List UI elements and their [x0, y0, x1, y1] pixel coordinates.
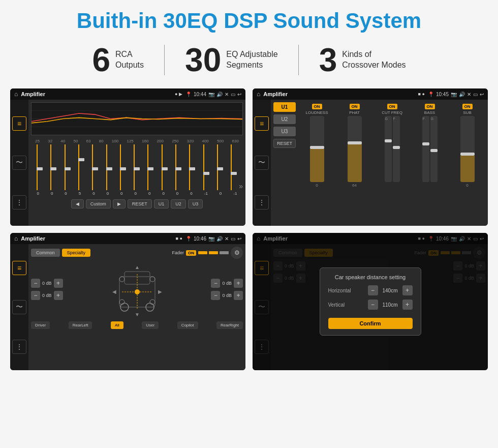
eq-u3-btn[interactable]: U3: [188, 199, 203, 208]
sub-slider[interactable]: [460, 116, 475, 182]
eq-side-icons: ≡ 〜 ⋮: [10, 100, 28, 226]
preset-u1[interactable]: U1: [273, 102, 296, 112]
fader-icon-2[interactable]: 〜: [12, 300, 26, 314]
loudness-slider[interactable]: [310, 116, 324, 182]
confirm-button[interactable]: Confirm: [328, 318, 413, 329]
stat-number-crossover: 3: [319, 44, 337, 76]
slider-15[interactable]: [225, 144, 237, 190]
common-mode-btn[interactable]: Common: [31, 249, 60, 257]
slider-14[interactable]: [211, 144, 224, 190]
horizontal-plus-btn[interactable]: +: [402, 285, 413, 295]
slider-12[interactable]: [183, 144, 196, 190]
slider-13[interactable]: [197, 144, 209, 190]
loudness-on-badge: ON: [312, 104, 322, 109]
db-plus-4[interactable]: +: [234, 291, 243, 300]
slider-5[interactable]: [86, 144, 99, 190]
fader-icon-1[interactable]: ≡: [12, 261, 26, 275]
vertical-minus-btn[interactable]: −: [368, 300, 378, 310]
fader-status-bar: ⌂ Amplifier ■ ● 📍 10:46 📷🔊✕▭↩: [10, 233, 245, 244]
svg-text:▼: ▼: [135, 312, 140, 317]
home-icon-2[interactable]: ⌂: [257, 91, 260, 98]
channel-sub: ON SUB 0: [449, 104, 485, 188]
eq-graph: [31, 102, 243, 135]
horizontal-minus-btn[interactable]: −: [368, 285, 378, 295]
crossover-icon-1[interactable]: ≡: [255, 116, 269, 131]
bass-slider-g[interactable]: G: [430, 116, 438, 182]
slider-9[interactable]: [142, 144, 154, 190]
eq-custom-btn[interactable]: Custom: [86, 199, 111, 208]
specialty-mode-btn[interactable]: Specialty: [62, 249, 91, 257]
fader-left-db: − 0 dB + − 0 dB +: [31, 279, 63, 300]
eq-content: 2532405063 80100125160200 25032040050063…: [28, 100, 245, 226]
fader-bar-1: [198, 251, 207, 254]
page-title: Buith-in 30EQ DSP Sound System: [77, 9, 421, 33]
svg-text:▲: ▲: [135, 264, 140, 270]
crossover-app-name: Amplifier: [263, 91, 415, 97]
vertical-row: Vertical − 110cm +: [328, 300, 413, 310]
db-value-1: 0 dB: [42, 281, 52, 286]
sub-on-badge: ON: [462, 104, 473, 109]
copilot-btn[interactable]: Copilot: [177, 321, 198, 329]
eq-u1-btn[interactable]: U1: [154, 199, 169, 208]
eq-icon-3[interactable]: ⋮: [12, 195, 26, 210]
slider-4[interactable]: [73, 144, 85, 190]
car-diagram: ▲ ▼ ◀ ▶: [66, 261, 208, 317]
slider-11[interactable]: [170, 144, 182, 190]
slider-7[interactable]: [114, 144, 127, 190]
eq-status-icons: 📍 10:44 📷🔊✕▭↩: [185, 92, 241, 97]
rearleft-btn[interactable]: RearLeft: [69, 321, 92, 329]
slider-2[interactable]: [45, 144, 57, 190]
db-plus-3[interactable]: +: [234, 279, 243, 288]
home-icon[interactable]: ⌂: [14, 91, 18, 98]
db-minus-3[interactable]: −: [211, 279, 220, 288]
fader-app-name: Amplifier: [21, 235, 172, 242]
rearright-btn[interactable]: RearRight: [216, 321, 243, 329]
eq-u2-btn[interactable]: U2: [171, 199, 186, 208]
eq-icon-2[interactable]: 〜: [12, 156, 26, 170]
stat-label-rca: RCA Outputs: [115, 49, 144, 71]
user-btn[interactable]: User: [142, 321, 159, 329]
preset-u2[interactable]: U2: [273, 114, 296, 124]
eq-screen: ⌂ Amplifier ● ▶ 📍 10:44 📷🔊✕▭↩ ≡ 〜 ⋮: [10, 88, 245, 226]
phat-slider[interactable]: [348, 116, 362, 182]
slider-6[interactable]: [100, 144, 112, 190]
horizontal-row: Horizontal − 140cm +: [328, 285, 413, 295]
crossover-reset-btn[interactable]: RESET: [273, 139, 296, 148]
eq-reset-btn[interactable]: RESET: [128, 199, 152, 208]
horizontal-value: 140cm: [380, 288, 400, 293]
eq-prev-btn[interactable]: ◀: [71, 199, 84, 208]
crossover-icon-3[interactable]: ⋮: [255, 195, 269, 210]
eq-status-bar: ⌂ Amplifier ● ▶ 📍 10:44 📷🔊✕▭↩: [10, 88, 245, 100]
home-icon-3[interactable]: ⌂: [14, 235, 18, 242]
fader-icon-3[interactable]: ⋮: [12, 340, 26, 354]
db-plus-1[interactable]: +: [54, 279, 63, 288]
settings-icon[interactable]: ⚙: [231, 247, 243, 259]
cutfreq-slider-f[interactable]: F: [393, 116, 400, 182]
slider-3[interactable]: [59, 144, 71, 190]
chevron-right-icon[interactable]: »: [239, 182, 243, 190]
slider-10[interactable]: [156, 144, 168, 190]
vertical-value-row[interactable]: − 110cm +: [368, 300, 413, 310]
cutfreq-slider-g[interactable]: G: [385, 116, 392, 182]
db-minus-1[interactable]: −: [31, 279, 40, 288]
eq-next-btn[interactable]: ▶: [113, 199, 126, 208]
db-minus-4[interactable]: −: [211, 291, 220, 300]
crossover-icon-2[interactable]: 〜: [255, 156, 269, 170]
fader-screen: ⌂ Amplifier ■ ● 📍 10:46 📷🔊✕▭↩ ≡ 〜 ⋮ Comm…: [10, 233, 245, 370]
preset-u3[interactable]: U3: [273, 127, 296, 136]
driver-btn[interactable]: Driver: [31, 321, 50, 329]
stat-label-crossover: Kinds of Crossover Modes: [342, 49, 406, 71]
channel-cutfreq: ON CUT FREQ G F: [374, 104, 410, 188]
eq-icon-1[interactable]: ≡: [12, 116, 26, 131]
fader-bar-2: [209, 251, 218, 254]
bass-slider-f[interactable]: F: [422, 116, 429, 182]
stat-rca: 6 RCA Outputs: [72, 44, 164, 76]
channel-phat: ON PHAT 64: [336, 104, 372, 188]
horizontal-value-row[interactable]: − 140cm +: [368, 285, 413, 295]
slider-8[interactable]: [128, 144, 140, 190]
db-plus-2[interactable]: +: [54, 291, 63, 300]
all-btn[interactable]: All: [111, 321, 123, 329]
slider-1[interactable]: [31, 144, 43, 190]
vertical-plus-btn[interactable]: +: [402, 300, 413, 310]
db-minus-2[interactable]: −: [31, 291, 40, 300]
